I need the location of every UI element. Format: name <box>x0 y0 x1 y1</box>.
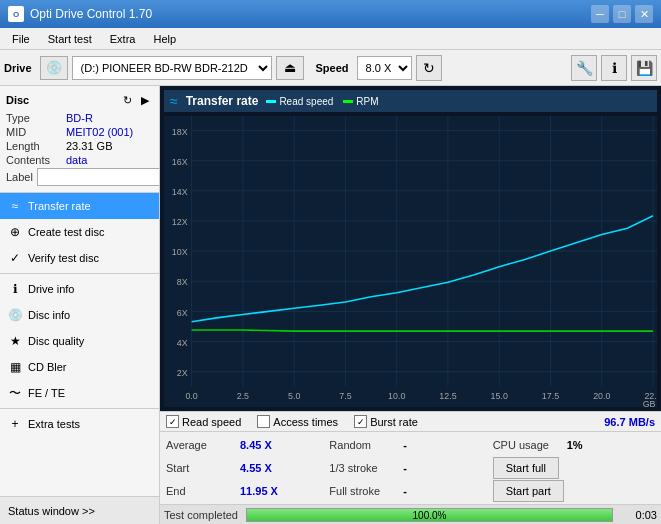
svg-text:15.0: 15.0 <box>491 390 508 400</box>
svg-text:17.5: 17.5 <box>542 390 559 400</box>
stat-random-label: Random <box>329 439 399 451</box>
disc-length-row: Length 23.31 GB <box>6 140 153 152</box>
stat-cpu-value: 1% <box>567 439 583 451</box>
svg-text:18X: 18X <box>172 126 188 136</box>
stat-end-row: End 11.95 X <box>166 480 328 502</box>
stat-start-value: 4.55 X <box>240 462 272 474</box>
legend-rpm: RPM <box>343 96 378 107</box>
settings-button[interactable]: 🔧 <box>571 55 597 81</box>
status-text: Test completed <box>164 509 238 521</box>
disc-mid-label: MID <box>6 126 66 138</box>
nav-extra-tests-label: Extra tests <box>28 418 80 430</box>
menu-file[interactable]: File <box>4 31 38 47</box>
checkboxes-row: ✓ Read speed Access times ✓ Burst rate 9… <box>160 412 661 432</box>
svg-text:5.0: 5.0 <box>288 390 300 400</box>
nav-transfer-rate[interactable]: ≈ Transfer rate <box>0 193 159 219</box>
read-speed-checkbox-label: Read speed <box>182 416 241 428</box>
title-bar-controls: ─ □ ✕ <box>591 5 653 23</box>
minimize-button[interactable]: ─ <box>591 5 609 23</box>
refresh-button[interactable]: ↻ <box>416 55 442 81</box>
svg-text:12.5: 12.5 <box>439 390 456 400</box>
burst-rate-checkbox: ✓ <box>354 415 367 428</box>
menu-start-test[interactable]: Start test <box>40 31 100 47</box>
svg-text:10X: 10X <box>172 247 188 257</box>
stat-full-stroke-row: Full stroke - <box>329 480 491 502</box>
disc-refresh-icon[interactable]: ↻ <box>119 92 135 108</box>
stat-average-label: Average <box>166 439 236 451</box>
disc-mid-value: MEIT02 (001) <box>66 126 133 138</box>
title-bar-left: O Opti Drive Control 1.70 <box>8 6 152 22</box>
nav-verify-test-disc[interactable]: ✓ Verify test disc <box>0 245 159 271</box>
svg-text:4X: 4X <box>177 337 188 347</box>
disc-type-row: Type BD-R <box>6 112 153 124</box>
nav-fe-te[interactable]: 〜 FE / TE <box>0 380 159 406</box>
disc-info-icon: 💿 <box>8 308 22 322</box>
access-times-checkbox-label: Access times <box>273 416 338 428</box>
disc-length-label: Length <box>6 140 66 152</box>
nav-separator-2 <box>0 408 159 409</box>
disc-label-row: Label 🖊 <box>6 168 153 186</box>
svg-text:20.0: 20.0 <box>593 390 610 400</box>
svg-text:8X: 8X <box>177 277 188 287</box>
stat-full-stroke-label: Full stroke <box>329 485 399 497</box>
maximize-button[interactable]: □ <box>613 5 631 23</box>
progress-bar-container: Test completed 100.0% 0:03 <box>160 504 661 524</box>
toolbar: Drive 💿 (D:) PIONEER BD-RW BDR-212D 1.00… <box>0 50 661 86</box>
eject-button[interactable]: ⏏ <box>276 56 304 80</box>
disc-mid-row: MID MEIT02 (001) <box>6 126 153 138</box>
drive-icon-button[interactable]: 💿 <box>40 56 68 80</box>
nav-create-test-disc[interactable]: ⊕ Create test disc <box>0 219 159 245</box>
disc-label-input[interactable] <box>37 168 160 186</box>
nav-disc-quality[interactable]: ★ Disc quality <box>0 328 159 354</box>
speed-select[interactable]: 8.0 X <box>357 56 412 80</box>
start-full-button[interactable]: Start full <box>493 457 559 479</box>
chart-legend: Read speed RPM <box>266 96 378 107</box>
disc-icons: ↻ ▶ <box>119 92 153 108</box>
legend-read-speed-label: Read speed <box>279 96 333 107</box>
save-button[interactable]: 💾 <box>631 55 657 81</box>
close-button[interactable]: ✕ <box>635 5 653 23</box>
status-window-button[interactable]: Status window >> <box>0 496 159 524</box>
disc-panel: Disc ↻ ▶ Type BD-R MID MEIT02 (001) Leng… <box>0 86 159 193</box>
burst-rate-value: 96.7 MB/s <box>604 416 655 428</box>
checkbox-read-speed[interactable]: ✓ Read speed <box>166 415 241 428</box>
chart-container: ≈ Transfer rate Read speed RPM <box>160 86 661 411</box>
stat-stroke13-label: 1/3 stroke <box>329 462 399 474</box>
progress-bar: 100.0% <box>246 508 613 522</box>
stats-area: ✓ Read speed Access times ✓ Burst rate 9… <box>160 411 661 524</box>
chart-svg-area: 18X 16X 14X 12X 10X 8X 6X 4X 2X 0.0 2.5 … <box>164 116 657 407</box>
nav-create-test-disc-label: Create test disc <box>28 226 104 238</box>
transfer-rate-icon: ≈ <box>8 199 22 213</box>
stat-random-row: Random - <box>329 434 491 456</box>
nav-disc-info-label: Disc info <box>28 309 70 321</box>
disc-type-value: BD-R <box>66 112 93 124</box>
chart-svg: 18X 16X 14X 12X 10X 8X 6X 4X 2X 0.0 2.5 … <box>164 116 657 407</box>
stat-stroke13-row: 1/3 stroke - <box>329 457 491 479</box>
disc-contents-row: Contents data <box>6 154 153 166</box>
checkbox-burst-rate[interactable]: ✓ Burst rate <box>354 415 418 428</box>
svg-text:6X: 6X <box>177 307 188 317</box>
svg-text:12X: 12X <box>172 217 188 227</box>
nav-cd-bler[interactable]: ▦ CD Bler <box>0 354 159 380</box>
sidebar: Disc ↻ ▶ Type BD-R MID MEIT02 (001) Leng… <box>0 86 160 524</box>
stat-full-stroke-value: - <box>403 485 407 497</box>
drive-select[interactable]: (D:) PIONEER BD-RW BDR-212D 1.00 <box>72 56 272 80</box>
menu-extra[interactable]: Extra <box>102 31 144 47</box>
fe-te-icon: 〜 <box>8 386 22 400</box>
disc-info-icon[interactable]: ▶ <box>137 92 153 108</box>
app-icon: O <box>8 6 24 22</box>
nav-extra-tests[interactable]: + Extra tests <box>0 411 159 437</box>
start-part-button[interactable]: Start part <box>493 480 564 502</box>
title-bar: O Opti Drive Control 1.70 ─ □ ✕ <box>0 0 661 28</box>
progress-time: 0:03 <box>621 509 657 521</box>
menu-help[interactable]: Help <box>145 31 184 47</box>
checkbox-access-times[interactable]: Access times <box>257 415 338 428</box>
burst-rate-checkbox-label: Burst rate <box>370 416 418 428</box>
stat-random-value: - <box>403 439 407 451</box>
stat-end-label: End <box>166 485 236 497</box>
nav-disc-info[interactable]: 💿 Disc info <box>0 302 159 328</box>
info-button[interactable]: ℹ <box>601 55 627 81</box>
chart-icon: ≈ <box>170 93 178 109</box>
disc-label-text: Label <box>6 171 33 183</box>
nav-drive-info[interactable]: ℹ Drive info <box>0 276 159 302</box>
